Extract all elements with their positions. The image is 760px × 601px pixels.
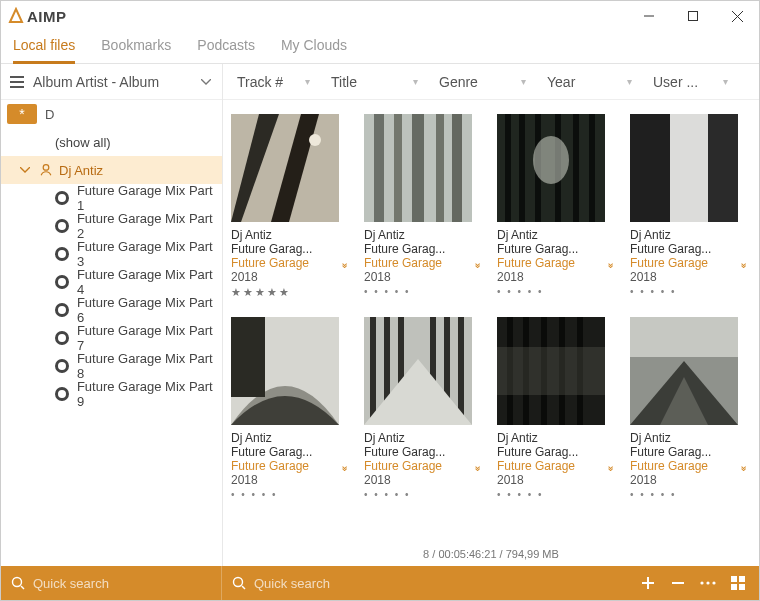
album-card[interactable]: Dj AntizFuture Garag...Future Garage⌄⌄20… (231, 317, 349, 500)
album-card[interactable]: Dj AntizFuture Garag...Future Garage⌄⌄20… (364, 114, 482, 299)
minimize-button[interactable] (627, 1, 671, 31)
artist-row[interactable]: Dj Antiz (1, 156, 222, 184)
disc-icon (55, 387, 69, 401)
card-rating[interactable]: • • • • • (630, 489, 748, 500)
card-rating[interactable]: • • • • • (497, 286, 615, 297)
filter-icon[interactable]: ▾ (305, 76, 315, 87)
album-card[interactable]: Dj AntizFuture Garag...Future Garage⌄⌄20… (497, 317, 615, 500)
card-genre: Future Garage (364, 256, 467, 270)
svg-rect-26 (573, 114, 579, 222)
album-row[interactable]: Future Garage Mix Part 3 (1, 240, 222, 268)
album-cover[interactable] (497, 317, 605, 425)
album-row[interactable]: Future Garage Mix Part 8 (1, 352, 222, 380)
card-year: 2018 (364, 473, 482, 487)
album-card[interactable]: Dj AntizFuture Garag...Future Garage⌄⌄20… (630, 114, 748, 299)
album-label: Future Garage Mix Part 1 (77, 183, 222, 213)
card-rating[interactable]: ★★★★★ (231, 286, 349, 299)
disc-icon (55, 303, 69, 317)
more-button[interactable] (693, 566, 723, 600)
card-rating[interactable]: • • • • • (364, 286, 482, 297)
card-rating[interactable]: • • • • • (630, 286, 748, 297)
list-icon (9, 74, 25, 90)
filter-icon[interactable]: ▾ (413, 76, 423, 87)
show-all-label: (show all) (55, 135, 111, 150)
album-cover[interactable] (231, 317, 339, 425)
card-rating[interactable]: • • • • • (231, 489, 349, 500)
sidebar-search-input[interactable] (33, 576, 211, 591)
column-header[interactable]: Genre▾ (431, 64, 539, 99)
album-card[interactable]: Dj AntizFuture Garag...Future Garage⌄⌄20… (231, 114, 349, 299)
svg-point-8 (43, 165, 49, 171)
card-rating[interactable]: • • • • • (364, 489, 482, 500)
card-rating[interactable]: • • • • • (497, 489, 615, 500)
column-headers: Track #▾Title▾Genre▾Year▾User ...▾ (223, 64, 759, 100)
tab-local-files[interactable]: Local files (13, 33, 75, 64)
tab-bookmarks[interactable]: Bookmarks (101, 33, 171, 63)
album-label: Future Garage Mix Part 9 (77, 379, 222, 409)
filter-icon[interactable]: ▾ (521, 76, 531, 87)
svg-rect-31 (708, 114, 738, 222)
album-cover[interactable] (364, 317, 472, 425)
tab-podcasts[interactable]: Podcasts (197, 33, 255, 63)
column-header[interactable]: User ...▾ (645, 64, 741, 99)
svg-rect-30 (630, 114, 670, 222)
grid-view-button[interactable] (723, 566, 753, 600)
expand-icon[interactable]: ⌄⌄ (340, 461, 349, 471)
expand-icon[interactable]: ⌄⌄ (340, 258, 349, 268)
album-cover[interactable] (630, 114, 738, 222)
card-genre: Future Garage (231, 459, 334, 473)
tab-my-clouds[interactable]: My Clouds (281, 33, 347, 63)
album-grid[interactable]: Dj AntizFuture Garag...Future Garage⌄⌄20… (223, 100, 759, 544)
expand-icon[interactable]: ⌄⌄ (606, 258, 615, 268)
app-name: AIMP (27, 8, 67, 25)
svg-rect-27 (589, 114, 595, 222)
expand-icon[interactable]: ⌄⌄ (473, 461, 482, 471)
card-artist: Dj Antiz (231, 431, 349, 445)
column-header[interactable]: Track #▾ (229, 64, 323, 99)
expand-icon[interactable]: ⌄⌄ (606, 461, 615, 471)
top-tabs: Local filesBookmarksPodcastsMy Clouds (1, 31, 759, 64)
show-all-row[interactable]: (show all) (1, 128, 222, 156)
album-row[interactable]: Future Garage Mix Part 6 (1, 296, 222, 324)
filter-icon[interactable]: ▾ (723, 76, 733, 87)
column-header[interactable]: Title▾ (323, 64, 431, 99)
svg-point-12 (309, 134, 321, 146)
svg-point-63 (712, 581, 715, 584)
album-cover[interactable] (364, 114, 472, 222)
album-row[interactable]: Future Garage Mix Part 9 (1, 380, 222, 408)
column-header[interactable]: Year▾ (539, 64, 645, 99)
album-cover[interactable] (630, 317, 738, 425)
collapse-icon (17, 162, 33, 178)
expand-icon[interactable]: ⌄⌄ (739, 258, 748, 268)
card-artist: Dj Antiz (364, 431, 482, 445)
card-genre: Future Garage (231, 256, 334, 270)
grouping-selector[interactable]: Album Artist - Album (1, 64, 222, 100)
remove-button[interactable] (663, 566, 693, 600)
disc-icon (55, 331, 69, 345)
album-cover[interactable] (497, 114, 605, 222)
column-label: Year (547, 74, 627, 90)
filter-icon[interactable]: ▾ (627, 76, 637, 87)
album-row[interactable]: Future Garage Mix Part 4 (1, 268, 222, 296)
alpha-letter-d[interactable]: D (45, 107, 54, 122)
expand-icon[interactable]: ⌄⌄ (739, 461, 748, 471)
album-cover[interactable] (231, 114, 339, 222)
album-row[interactable]: Future Garage Mix Part 7 (1, 324, 222, 352)
card-album: Future Garag... (231, 242, 349, 256)
album-card[interactable]: Dj AntizFuture Garag...Future Garage⌄⌄20… (364, 317, 482, 500)
album-row[interactable]: Future Garage Mix Part 1 (1, 184, 222, 212)
svg-line-57 (242, 586, 245, 589)
album-card[interactable]: Dj AntizFuture Garag...Future Garage⌄⌄20… (630, 317, 748, 500)
add-button[interactable] (633, 566, 663, 600)
main-search-input[interactable] (254, 576, 422, 591)
user-icon (39, 163, 53, 177)
close-button[interactable] (715, 1, 759, 31)
main-search[interactable] (222, 566, 432, 600)
sidebar-search[interactable] (1, 566, 222, 600)
alpha-all-button[interactable]: * (7, 104, 37, 124)
svg-rect-19 (364, 114, 472, 222)
album-card[interactable]: Dj AntizFuture Garag...Future Garage⌄⌄20… (497, 114, 615, 299)
expand-icon[interactable]: ⌄⌄ (473, 258, 482, 268)
maximize-button[interactable] (671, 1, 715, 31)
album-row[interactable]: Future Garage Mix Part 2 (1, 212, 222, 240)
